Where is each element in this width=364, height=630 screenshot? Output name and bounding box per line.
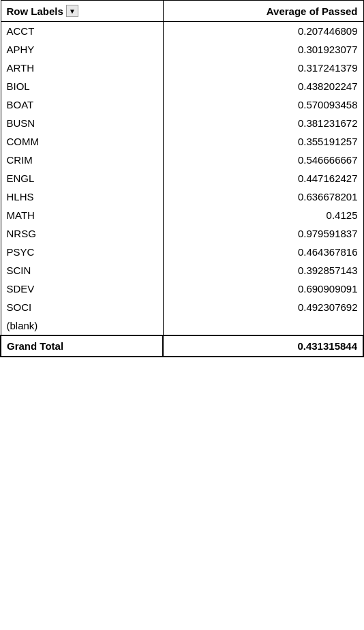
row-label: NRSG bbox=[1, 224, 163, 243]
grand-total-label: Grand Total bbox=[1, 335, 163, 357]
grand-total-value: 0.431315844 bbox=[163, 335, 363, 357]
table-row: BUSN0.381231672 bbox=[1, 114, 363, 132]
table-row: BOAT0.570093458 bbox=[1, 95, 363, 114]
table-row: ACCT0.207446809 bbox=[1, 22, 363, 41]
row-label: COMM bbox=[1, 132, 163, 151]
row-label: SOCI bbox=[1, 298, 163, 316]
row-label: MATH bbox=[1, 206, 163, 224]
pivot-table: Row Labels ▼ Average of Passed ACCT0.207… bbox=[0, 0, 364, 357]
table-row: (blank) bbox=[1, 316, 363, 335]
average-passed-header: Average of Passed bbox=[163, 1, 363, 22]
table-row: SCIN0.392857143 bbox=[1, 261, 363, 280]
table-row: APHY0.301923077 bbox=[1, 40, 363, 59]
table-row: ENGL0.447162427 bbox=[1, 169, 363, 188]
row-label: ENGL bbox=[1, 169, 163, 188]
row-value: 0.4125 bbox=[163, 206, 363, 224]
row-value bbox=[163, 316, 363, 335]
table-row: SOCI0.492307692 bbox=[1, 298, 363, 316]
row-value: 0.381231672 bbox=[163, 114, 363, 132]
row-label: BOAT bbox=[1, 95, 163, 114]
row-labels-header: Row Labels ▼ bbox=[1, 1, 163, 22]
row-value: 0.464367816 bbox=[163, 243, 363, 261]
row-value: 0.301923077 bbox=[163, 40, 363, 59]
table-row: SDEV0.690909091 bbox=[1, 280, 363, 298]
row-value: 0.392857143 bbox=[163, 261, 363, 280]
table-row: PSYC0.464367816 bbox=[1, 243, 363, 261]
row-value: 0.207446809 bbox=[163, 22, 363, 41]
table-row: HLHS0.636678201 bbox=[1, 188, 363, 206]
row-label: ACCT bbox=[1, 22, 163, 41]
row-value: 0.979591837 bbox=[163, 224, 363, 243]
table-row: COMM0.355191257 bbox=[1, 132, 363, 151]
row-label: CRIM bbox=[1, 151, 163, 169]
row-label: BUSN bbox=[1, 114, 163, 132]
table-row: CRIM0.546666667 bbox=[1, 151, 363, 169]
row-value: 0.690909091 bbox=[163, 280, 363, 298]
row-label: (blank) bbox=[1, 316, 163, 335]
table-row: NRSG0.979591837 bbox=[1, 224, 363, 243]
row-value: 0.317241379 bbox=[163, 59, 363, 77]
row-label: HLHS bbox=[1, 188, 163, 206]
row-label: PSYC bbox=[1, 243, 163, 261]
row-label: SDEV bbox=[1, 280, 163, 298]
row-value: 0.492307692 bbox=[163, 298, 363, 316]
table-row: ARTH0.317241379 bbox=[1, 59, 363, 77]
row-label: BIOL bbox=[1, 77, 163, 95]
row-value: 0.570093458 bbox=[163, 95, 363, 114]
row-labels-text: Row Labels bbox=[7, 5, 63, 17]
row-value: 0.438202247 bbox=[163, 77, 363, 95]
row-value: 0.636678201 bbox=[163, 188, 363, 206]
grand-total-row: Grand Total 0.431315844 bbox=[1, 335, 363, 357]
row-value: 0.546666667 bbox=[163, 151, 363, 169]
filter-button[interactable]: ▼ bbox=[66, 5, 78, 17]
row-label: SCIN bbox=[1, 261, 163, 280]
table-row: MATH0.4125 bbox=[1, 206, 363, 224]
table-row: BIOL0.438202247 bbox=[1, 77, 363, 95]
row-label: ARTH bbox=[1, 59, 163, 77]
row-label: APHY bbox=[1, 40, 163, 59]
row-value: 0.447162427 bbox=[163, 169, 363, 188]
row-value: 0.355191257 bbox=[163, 132, 363, 151]
